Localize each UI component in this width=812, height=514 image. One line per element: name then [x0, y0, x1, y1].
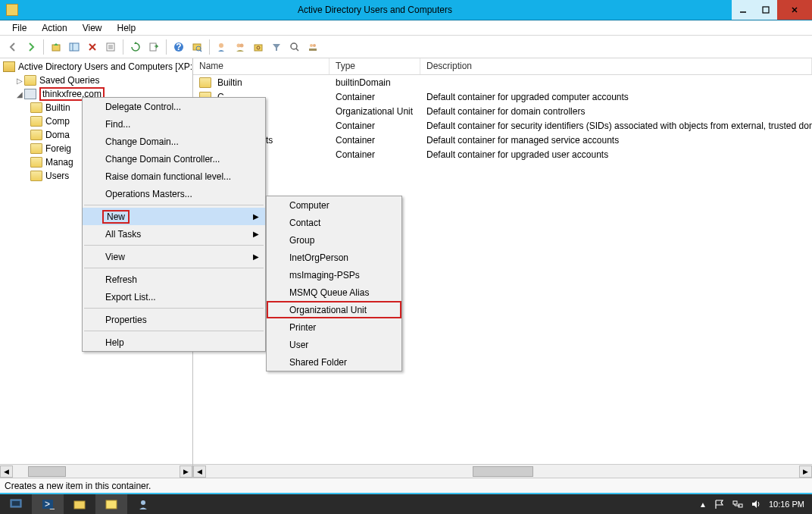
back-button[interactable]: [5, 39, 21, 55]
folder-icon: [30, 157, 42, 168]
folder-icon: [30, 102, 42, 113]
list-row[interactable]: tyPrincipalsContainerDefault container f…: [193, 118, 812, 133]
task-powershell[interactable]: >_: [32, 494, 64, 514]
context-item-change-domain-controller-[interactable]: Change Domain Controller...: [83, 150, 265, 168]
context-item-properties[interactable]: Properties: [83, 311, 265, 328]
context-item-raise-domain-functional-level-[interactable]: Raise domain functional level...: [83, 168, 265, 185]
tray-show-hidden-icon[interactable]: ▲: [699, 500, 707, 509]
show-hide-tree-button[interactable]: [66, 39, 83, 55]
properties-button[interactable]: [102, 39, 119, 55]
list-row[interactable]: BuiltinbuiltinDomain: [193, 75, 812, 89]
root-icon: [3, 61, 15, 72]
column-name[interactable]: Name: [193, 58, 329, 74]
menu-bar: File Action View Help: [0, 20, 812, 36]
submenu-item-contact[interactable]: Contact: [267, 214, 401, 231]
scroll-thumb[interactable]: [28, 466, 66, 477]
status-text: Creates a new item in this container.: [5, 481, 151, 491]
help-button[interactable]: ?: [170, 39, 187, 55]
svg-point-26: [310, 44, 313, 47]
svg-point-35: [141, 500, 145, 505]
context-item-help[interactable]: Help: [83, 334, 265, 351]
menu-view[interactable]: View: [75, 21, 110, 35]
submenu-item-user[interactable]: User: [267, 336, 401, 353]
list-scrollbar[interactable]: ◀ ▶: [193, 464, 812, 478]
context-item-new[interactable]: New▶: [83, 208, 265, 225]
context-item-find-[interactable]: Find...: [83, 115, 265, 133]
submenu-item-group[interactable]: Group: [267, 231, 401, 249]
clock[interactable]: 10:16 PM: [769, 500, 804, 509]
new-user-button[interactable]: [214, 39, 230, 55]
task-user[interactable]: [127, 494, 159, 514]
context-item-refresh[interactable]: Refresh: [83, 271, 265, 288]
menu-help[interactable]: Help: [110, 21, 144, 35]
context-item-export-list-[interactable]: Export List...: [83, 288, 265, 306]
expander-icon[interactable]: ▷: [15, 77, 24, 85]
network-icon[interactable]: [732, 499, 743, 509]
scroll-right-button[interactable]: ▶: [799, 465, 812, 478]
title-bar: Active Directory Users and Computers: [0, 0, 812, 20]
context-item-operations-masters-[interactable]: Operations Masters...: [83, 185, 265, 202]
submenu-item-computer[interactable]: Computer: [267, 196, 401, 214]
scroll-right-button[interactable]: ▶: [180, 465, 192, 478]
folder-icon: [30, 130, 42, 140]
task-server-manager[interactable]: [0, 494, 32, 514]
tree-saved-queries[interactable]: ▷ Saved Queries: [0, 74, 192, 87]
svg-point-21: [240, 43, 244, 47]
submenu-item-shared-folder[interactable]: Shared Folder: [267, 353, 401, 371]
svg-rect-36: [733, 501, 737, 504]
scroll-left-button[interactable]: ◀: [0, 465, 13, 478]
list-row[interactable]: ContainerDefault container for upgraded …: [193, 147, 812, 161]
delete-button[interactable]: [84, 39, 101, 55]
context-item-change-domain-[interactable]: Change Domain...: [83, 133, 265, 150]
find-button[interactable]: [189, 39, 205, 55]
export-button[interactable]: [145, 39, 162, 55]
submenu-item-msimaging-psps[interactable]: msImaging-PSPs: [267, 266, 401, 284]
svg-rect-34: [106, 500, 117, 509]
submenu-item-organizational-unit[interactable]: Organizational Unit: [267, 301, 401, 318]
close-button[interactable]: [777, 0, 812, 20]
task-explorer[interactable]: [64, 494, 95, 514]
context-item-view[interactable]: View▶: [83, 248, 265, 265]
folder-icon: [30, 116, 42, 127]
scroll-thumb[interactable]: [473, 466, 533, 477]
svg-rect-5: [70, 43, 79, 51]
svg-rect-30: [12, 501, 20, 506]
menu-file[interactable]: File: [5, 21, 34, 35]
refresh-button[interactable]: [127, 39, 144, 55]
volume-icon[interactable]: [751, 499, 761, 509]
tree-saved-queries-label: Saved Queries: [39, 75, 99, 86]
list-row[interactable]: CContainerDefault container for upgraded…: [193, 89, 812, 104]
new-group-button[interactable]: [232, 39, 248, 55]
tree-root[interactable]: Active Directory Users and Computers [XP…: [0, 60, 192, 74]
column-description[interactable]: Description: [420, 58, 812, 74]
folder-icon: [199, 77, 211, 88]
scroll-left-button[interactable]: ◀: [193, 465, 206, 478]
column-type[interactable]: Type: [329, 58, 420, 74]
system-tray: ▲ 10:16 PM: [699, 499, 812, 509]
list-row[interactable]: rollersOrganizational UnitDefault contai…: [193, 104, 812, 118]
submenu-item-msmq-queue-alias[interactable]: MSMQ Queue Alias: [267, 284, 401, 301]
tree-scrollbar[interactable]: ◀ ▶: [0, 464, 192, 478]
maximize-button[interactable]: [754, 0, 777, 20]
svg-line-18: [200, 50, 201, 52]
minimize-button[interactable]: [732, 0, 754, 20]
submenu-item-inetorgperson[interactable]: InetOrgPerson: [267, 249, 401, 266]
context-item-delegate-control-[interactable]: Delegate Control...: [83, 98, 265, 115]
folder-icon: [30, 143, 42, 154]
menu-action[interactable]: Action: [34, 21, 74, 35]
up-button[interactable]: [48, 39, 64, 55]
submenu-item-printer[interactable]: Printer: [267, 318, 401, 336]
search-button[interactable]: [286, 39, 303, 55]
new-ou-button[interactable]: [250, 39, 267, 55]
task-aduc[interactable]: [95, 494, 127, 514]
list-row[interactable]: vice AccountsContainerDefault container …: [193, 133, 812, 147]
filter-button[interactable]: [268, 39, 285, 55]
expander-icon[interactable]: ◢: [15, 90, 24, 99]
flag-icon[interactable]: [714, 499, 725, 509]
submenu-arrow-icon: ▶: [253, 230, 259, 238]
svg-rect-28: [309, 49, 317, 51]
context-item-all-tasks[interactable]: All Tasks▶: [83, 225, 265, 243]
add-to-group-button[interactable]: [304, 39, 321, 55]
submenu-arrow-icon: ▶: [253, 212, 259, 221]
forward-button[interactable]: [23, 39, 39, 55]
